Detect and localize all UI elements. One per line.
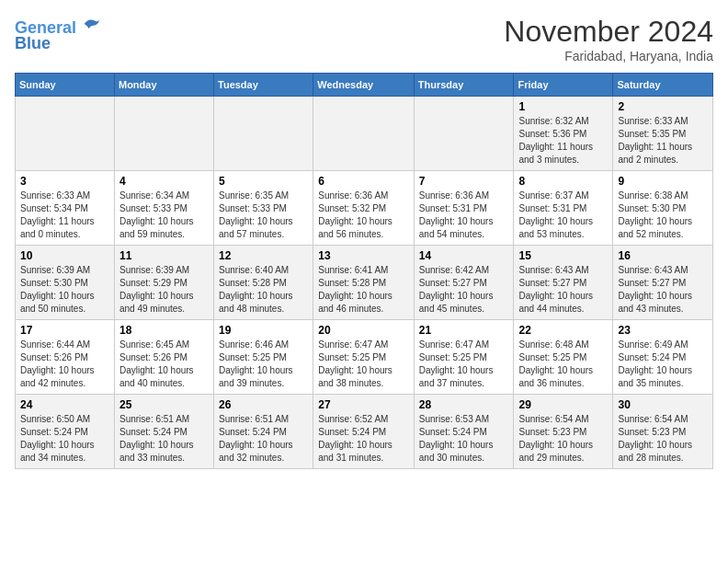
day-info: Sunrise: 6:44 AM Sunset: 5:26 PM Dayligh… — [20, 339, 109, 390]
calendar-cell: 7Sunrise: 6:36 AM Sunset: 5:31 PM Daylig… — [414, 171, 514, 246]
calendar-cell: 3Sunrise: 6:33 AM Sunset: 5:34 PM Daylig… — [16, 171, 115, 246]
day-number: 22 — [518, 324, 608, 337]
calendar-cell: 6Sunrise: 6:36 AM Sunset: 5:32 PM Daylig… — [313, 171, 415, 246]
calendar-table: SundayMondayTuesdayWednesdayThursdayFrid… — [15, 73, 713, 469]
day-number: 13 — [318, 249, 409, 262]
day-info: Sunrise: 6:33 AM Sunset: 5:34 PM Dayligh… — [20, 190, 109, 241]
day-info: Sunrise: 6:43 AM Sunset: 5:27 PM Dayligh… — [618, 264, 708, 316]
day-number: 16 — [618, 249, 708, 262]
day-number: 14 — [419, 249, 509, 262]
calendar-cell: 24Sunrise: 6:50 AM Sunset: 5:24 PM Dayli… — [16, 395, 115, 469]
weekday-header: Tuesday — [214, 74, 313, 97]
day-info: Sunrise: 6:45 AM Sunset: 5:26 PM Dayligh… — [119, 339, 209, 390]
day-number: 8 — [518, 175, 608, 188]
calendar-week-row: 1Sunrise: 6:32 AM Sunset: 5:36 PM Daylig… — [16, 97, 713, 171]
calendar-cell: 2Sunrise: 6:33 AM Sunset: 5:35 PM Daylig… — [613, 97, 713, 171]
day-number: 7 — [419, 175, 509, 188]
day-number: 30 — [618, 398, 708, 411]
day-info: Sunrise: 6:54 AM Sunset: 5:23 PM Dayligh… — [518, 413, 608, 465]
calendar-cell: 20Sunrise: 6:47 AM Sunset: 5:25 PM Dayli… — [313, 320, 415, 395]
calendar-cell: 1Sunrise: 6:32 AM Sunset: 5:36 PM Daylig… — [514, 97, 613, 171]
day-number: 25 — [119, 398, 209, 411]
day-info: Sunrise: 6:47 AM Sunset: 5:25 PM Dayligh… — [318, 339, 409, 390]
calendar-cell: 25Sunrise: 6:51 AM Sunset: 5:24 PM Dayli… — [114, 395, 213, 469]
calendar-cell — [313, 97, 415, 171]
weekday-header: Wednesday — [313, 74, 415, 97]
weekday-header: Saturday — [613, 74, 713, 97]
day-info: Sunrise: 6:34 AM Sunset: 5:33 PM Dayligh… — [119, 190, 209, 241]
calendar-week-row: 3Sunrise: 6:33 AM Sunset: 5:34 PM Daylig… — [16, 171, 713, 246]
day-number: 17 — [20, 324, 109, 337]
day-info: Sunrise: 6:41 AM Sunset: 5:28 PM Dayligh… — [318, 264, 409, 316]
day-info: Sunrise: 6:36 AM Sunset: 5:32 PM Dayligh… — [318, 190, 409, 241]
day-info: Sunrise: 6:39 AM Sunset: 5:30 PM Dayligh… — [20, 264, 109, 316]
day-number: 3 — [20, 175, 109, 188]
day-info: Sunrise: 6:36 AM Sunset: 5:31 PM Dayligh… — [419, 190, 509, 241]
calendar-cell: 28Sunrise: 6:53 AM Sunset: 5:24 PM Dayli… — [414, 395, 514, 469]
location: Faridabad, Haryana, India — [504, 49, 713, 63]
calendar-cell: 16Sunrise: 6:43 AM Sunset: 5:27 PM Dayli… — [613, 246, 713, 320]
day-info: Sunrise: 6:51 AM Sunset: 5:24 PM Dayligh… — [219, 413, 308, 465]
day-number: 10 — [20, 249, 109, 262]
day-info: Sunrise: 6:51 AM Sunset: 5:24 PM Dayligh… — [119, 413, 209, 465]
calendar-cell: 18Sunrise: 6:45 AM Sunset: 5:26 PM Dayli… — [114, 320, 213, 395]
logo-bird-icon — [83, 15, 101, 33]
day-number: 12 — [219, 249, 308, 262]
weekday-header: Monday — [114, 74, 213, 97]
calendar-cell: 15Sunrise: 6:43 AM Sunset: 5:27 PM Dayli… — [514, 246, 613, 320]
day-number: 2 — [618, 100, 708, 113]
calendar-cell: 5Sunrise: 6:35 AM Sunset: 5:33 PM Daylig… — [214, 171, 313, 246]
day-info: Sunrise: 6:46 AM Sunset: 5:25 PM Dayligh… — [219, 339, 308, 390]
calendar-cell: 10Sunrise: 6:39 AM Sunset: 5:30 PM Dayli… — [16, 246, 115, 320]
day-info: Sunrise: 6:53 AM Sunset: 5:24 PM Dayligh… — [419, 413, 509, 465]
calendar-cell: 8Sunrise: 6:37 AM Sunset: 5:31 PM Daylig… — [514, 171, 613, 246]
day-number: 9 — [618, 175, 708, 188]
day-info: Sunrise: 6:48 AM Sunset: 5:25 PM Dayligh… — [518, 339, 608, 390]
day-number: 24 — [20, 398, 109, 411]
calendar-cell: 14Sunrise: 6:42 AM Sunset: 5:27 PM Dayli… — [414, 246, 514, 320]
weekday-header: Friday — [514, 74, 613, 97]
day-number: 1 — [518, 100, 608, 113]
calendar-cell — [414, 97, 514, 171]
calendar-cell: 13Sunrise: 6:41 AM Sunset: 5:28 PM Dayli… — [313, 246, 415, 320]
day-number: 15 — [518, 249, 608, 262]
day-number: 6 — [318, 175, 409, 188]
calendar-cell: 29Sunrise: 6:54 AM Sunset: 5:23 PM Dayli… — [514, 395, 613, 469]
day-number: 29 — [518, 398, 608, 411]
calendar-cell: 11Sunrise: 6:39 AM Sunset: 5:29 PM Dayli… — [114, 246, 213, 320]
logo: General Blue — [15, 15, 101, 53]
calendar-cell: 4Sunrise: 6:34 AM Sunset: 5:33 PM Daylig… — [114, 171, 213, 246]
calendar-cell — [114, 97, 213, 171]
day-info: Sunrise: 6:42 AM Sunset: 5:27 PM Dayligh… — [419, 264, 509, 316]
day-number: 18 — [119, 324, 209, 337]
day-number: 5 — [219, 175, 308, 188]
page-header: General Blue November 2024 Faridabad, Ha… — [15, 15, 713, 63]
calendar-cell: 17Sunrise: 6:44 AM Sunset: 5:26 PM Dayli… — [16, 320, 115, 395]
day-info: Sunrise: 6:54 AM Sunset: 5:23 PM Dayligh… — [618, 413, 708, 465]
day-info: Sunrise: 6:38 AM Sunset: 5:30 PM Dayligh… — [618, 190, 708, 241]
weekday-header-row: SundayMondayTuesdayWednesdayThursdayFrid… — [16, 74, 713, 97]
calendar-week-row: 10Sunrise: 6:39 AM Sunset: 5:30 PM Dayli… — [16, 246, 713, 320]
day-number: 28 — [419, 398, 509, 411]
day-number: 23 — [618, 324, 708, 337]
weekday-header: Sunday — [16, 74, 115, 97]
day-info: Sunrise: 6:43 AM Sunset: 5:27 PM Dayligh… — [518, 264, 608, 316]
calendar-cell — [214, 97, 313, 171]
day-info: Sunrise: 6:47 AM Sunset: 5:25 PM Dayligh… — [419, 339, 509, 390]
calendar-cell: 27Sunrise: 6:52 AM Sunset: 5:24 PM Dayli… — [313, 395, 415, 469]
day-number: 20 — [318, 324, 409, 337]
calendar-cell: 21Sunrise: 6:47 AM Sunset: 5:25 PM Dayli… — [414, 320, 514, 395]
day-number: 4 — [119, 175, 209, 188]
day-number: 19 — [219, 324, 308, 337]
day-number: 11 — [119, 249, 209, 262]
calendar-cell — [16, 97, 115, 171]
calendar-cell: 19Sunrise: 6:46 AM Sunset: 5:25 PM Dayli… — [214, 320, 313, 395]
day-info: Sunrise: 6:33 AM Sunset: 5:35 PM Dayligh… — [618, 115, 708, 167]
day-info: Sunrise: 6:39 AM Sunset: 5:29 PM Dayligh… — [119, 264, 209, 316]
title-area: November 2024 Faridabad, Haryana, India — [504, 15, 713, 63]
day-info: Sunrise: 6:49 AM Sunset: 5:24 PM Dayligh… — [618, 339, 708, 390]
calendar-cell: 12Sunrise: 6:40 AM Sunset: 5:28 PM Dayli… — [214, 246, 313, 320]
calendar-cell: 22Sunrise: 6:48 AM Sunset: 5:25 PM Dayli… — [514, 320, 613, 395]
day-info: Sunrise: 6:52 AM Sunset: 5:24 PM Dayligh… — [318, 413, 409, 465]
day-number: 21 — [419, 324, 509, 337]
